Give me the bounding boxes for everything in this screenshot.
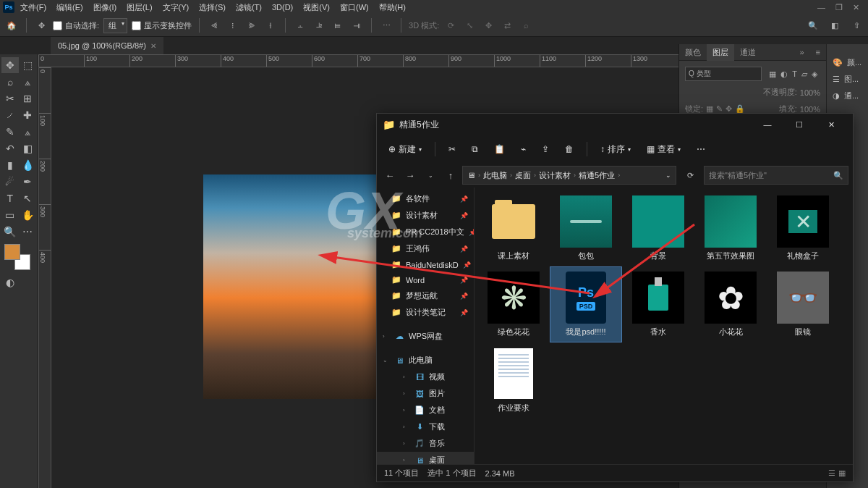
3d-slide-icon[interactable]: ⇄ bbox=[500, 18, 514, 33]
sidebar-item-Word[interactable]: 📁Word📌 bbox=[377, 272, 474, 287]
history-brush-tool[interactable]: ↶ bbox=[1, 140, 19, 156]
align-top-icon[interactable]: ⫲ bbox=[263, 18, 278, 33]
sidebar-item-下载[interactable]: ›⬇下载 bbox=[377, 418, 474, 435]
bc-item[interactable]: 精通5作业 bbox=[579, 170, 615, 181]
filter-shape-icon[interactable]: ▱ bbox=[801, 70, 807, 79]
file-item-眼镜[interactable]: 👓眼镜 bbox=[767, 266, 839, 342]
ps-close-icon[interactable]: ✕ bbox=[853, 3, 859, 12]
quick-mask-tool[interactable]: ◐ bbox=[1, 274, 19, 290]
home-icon[interactable]: 🏠 bbox=[4, 18, 19, 33]
ps-minimize-icon[interactable]: — bbox=[817, 3, 825, 12]
filter-pixel-icon[interactable]: ▦ bbox=[769, 70, 776, 79]
panel-tab-layers[interactable]: 图层 bbox=[707, 44, 734, 61]
filter-adj-icon[interactable]: ◐ bbox=[780, 70, 788, 79]
sidebar-item-音乐[interactable]: ›🎵音乐 bbox=[377, 435, 474, 452]
explorer-maximize-icon[interactable]: ☐ bbox=[783, 114, 815, 135]
heal-tool[interactable]: ✚ bbox=[20, 107, 37, 123]
view-grid-icon[interactable]: ▦ bbox=[838, 468, 846, 478]
menu-file[interactable]: 文件(F) bbox=[16, 0, 51, 15]
filter-smart-icon[interactable]: ◈ bbox=[812, 70, 817, 79]
breadcrumb[interactable]: 🖥› 此电脑› 桌面› 设计素材› 精通5作业› ⌄ bbox=[462, 166, 676, 185]
opacity-value[interactable]: 100% bbox=[800, 88, 820, 97]
explorer-content[interactable]: 课上素材包包背景第五节效果图礼物盒子❋绿色花花PsPSD我是psd!!!!!香水… bbox=[475, 188, 853, 464]
workspace-icon[interactable]: ◧ bbox=[827, 18, 842, 33]
file-item-香水[interactable]: 香水 bbox=[622, 266, 694, 342]
hand-tool[interactable]: ✋ bbox=[20, 207, 37, 223]
ps-restore-icon[interactable]: ❐ bbox=[835, 3, 843, 12]
file-item-礼物盒子[interactable]: 礼物盒子 bbox=[767, 190, 839, 266]
sidebar-item-桌面[interactable]: ›🖥桌面 bbox=[377, 452, 474, 464]
layer-dropdown[interactable]: 组 bbox=[103, 18, 127, 33]
3d-zoom-icon[interactable]: ⌕ bbox=[519, 18, 533, 33]
menu-edit[interactable]: 编辑(E) bbox=[52, 0, 88, 15]
nav-up-icon[interactable]: ↑ bbox=[442, 167, 459, 184]
sidebar-item-文档[interactable]: ›📄文档 bbox=[377, 402, 474, 418]
frame-tool[interactable]: ⊞ bbox=[20, 91, 37, 106]
menu-text[interactable]: 文字(Y) bbox=[158, 0, 194, 15]
panel-menu-icon[interactable]: ≡ bbox=[810, 45, 826, 59]
collapsed-channels[interactable]: ◑通... bbox=[827, 88, 868, 104]
file-item-作业要求[interactable]: 作业要求 bbox=[477, 342, 550, 418]
bc-item[interactable]: 此电脑 bbox=[483, 170, 507, 181]
delete-icon[interactable]: 🗑 bbox=[559, 141, 579, 157]
file-item-背景[interactable]: 背景 bbox=[622, 190, 694, 266]
file-item-课上素材[interactable]: 课上素材 bbox=[477, 190, 550, 266]
crop-tool[interactable]: ✂ bbox=[1, 91, 19, 106]
auto-select-check[interactable]: 自动选择: bbox=[53, 20, 99, 31]
edit-toolbar[interactable]: ⋯ bbox=[20, 224, 37, 240]
nav-refresh-icon[interactable]: ⟳ bbox=[679, 171, 701, 180]
quick-select-tool[interactable]: ⟁ bbox=[20, 74, 37, 90]
file-item-我是psd!!!!![interactable]: PsPSD我是psd!!!!! bbox=[550, 266, 622, 342]
nav-recent-icon[interactable]: ⌄ bbox=[422, 167, 439, 184]
gradient-tool[interactable]: ▮ bbox=[1, 157, 19, 173]
filter-type-icon[interactable]: T bbox=[792, 70, 797, 79]
type-tool[interactable]: T bbox=[1, 190, 19, 206]
color-swatches[interactable] bbox=[4, 244, 30, 270]
3d-pan-icon[interactable]: ✥ bbox=[481, 18, 495, 33]
align-right-icon[interactable]: ⫸ bbox=[244, 18, 259, 33]
move-tool-icon[interactable]: ✥ bbox=[34, 18, 48, 33]
panel-tab-color[interactable]: 颜色 bbox=[679, 44, 707, 61]
menu-window[interactable]: 窗口(W) bbox=[336, 0, 373, 15]
file-item-小花花[interactable]: ✿小花花 bbox=[694, 266, 767, 342]
bc-item[interactable]: 设计素材 bbox=[539, 170, 571, 181]
paste-icon[interactable]: 📋 bbox=[488, 141, 511, 157]
share-icon[interactable]: ⇧ bbox=[849, 18, 864, 33]
dist-bottom-icon[interactable]: ⫢ bbox=[331, 18, 345, 33]
align-center-h-icon[interactable]: ⫶ bbox=[226, 18, 240, 33]
menu-select[interactable]: 选择(S) bbox=[195, 0, 230, 15]
rename-icon[interactable]: ⌁ bbox=[515, 141, 532, 157]
rect-tool[interactable]: ▭ bbox=[1, 207, 19, 223]
menu-layer[interactable]: 图层(L) bbox=[122, 0, 156, 15]
file-item-包包[interactable]: 包包 bbox=[550, 190, 622, 266]
collapsed-color[interactable]: 🎨颜... bbox=[827, 54, 868, 71]
bc-dropdown-icon[interactable]: ⌄ bbox=[665, 172, 671, 179]
menu-3d[interactable]: 3D(D) bbox=[268, 1, 297, 14]
move-tool[interactable]: ✥ bbox=[1, 57, 19, 73]
3d-orbit-icon[interactable]: ⟳ bbox=[443, 18, 458, 33]
new-button[interactable]: ⊕新建▾ bbox=[383, 140, 427, 159]
eraser-tool[interactable]: ◧ bbox=[20, 140, 37, 156]
foreground-color[interactable] bbox=[4, 244, 20, 260]
panel-collapse-icon[interactable]: » bbox=[793, 45, 809, 59]
menu-view[interactable]: 视图(V) bbox=[299, 0, 334, 15]
dist-top-icon[interactable]: ⫠ bbox=[293, 18, 307, 33]
view-list-icon[interactable]: ☰ bbox=[828, 468, 835, 478]
search-icon[interactable]: 🔍 bbox=[806, 18, 820, 33]
nav-back-icon[interactable]: ← bbox=[381, 167, 399, 184]
marquee-tool[interactable]: ⬚ bbox=[20, 57, 37, 73]
sidebar-item-设计素材[interactable]: 📁设计素材📌 bbox=[377, 207, 474, 224]
lasso-tool[interactable]: ⌕ bbox=[1, 74, 19, 90]
path-select-tool[interactable]: ↖ bbox=[20, 190, 37, 206]
eyedropper-tool[interactable]: ⟋ bbox=[1, 107, 19, 123]
dist-left-icon[interactable]: ⫣ bbox=[349, 18, 364, 33]
sidebar-item-设计类笔记[interactable]: 📁设计类笔记📌 bbox=[377, 304, 474, 321]
panel-tab-channels[interactable]: 通道 bbox=[734, 44, 762, 61]
view-button[interactable]: ▦查看▾ bbox=[641, 140, 686, 159]
sidebar-item-视频[interactable]: ›🎞视频 bbox=[377, 369, 474, 385]
share-icon[interactable]: ⇪ bbox=[536, 141, 555, 157]
nav-fwd-icon[interactable]: → bbox=[401, 167, 419, 184]
layer-search-input[interactable]: Q 类型 bbox=[685, 67, 762, 81]
stamp-tool[interactable]: ⟁ bbox=[20, 124, 37, 140]
more-options-icon[interactable]: ⋯ bbox=[691, 141, 711, 157]
